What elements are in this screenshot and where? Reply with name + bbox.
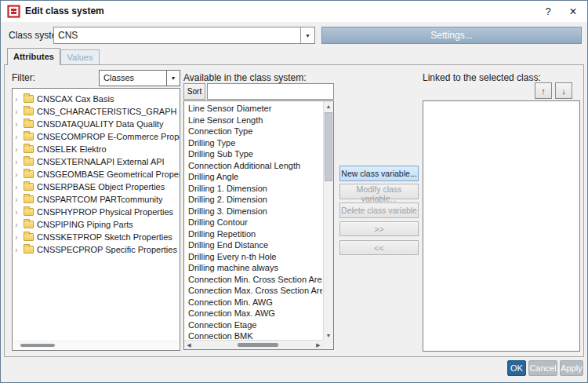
tree-horizontal-scrollbar[interactable] [14,341,178,349]
tree-item-label: CNSPARTCOM PARTcommunity [37,195,163,204]
cancel-button[interactable]: Cancel [528,360,557,376]
expander-icon[interactable] [15,133,22,140]
tree-item[interactable]: CNSDATAQUALITY Data Quality [13,118,180,130]
expander-icon[interactable] [15,158,22,166]
expander-icon[interactable] [15,233,22,241]
tree-item[interactable]: CNSERPBASE Object Properties [13,181,180,193]
tab-values[interactable]: Values [60,49,100,64]
folder-icon [24,221,34,228]
available-items: Line Sensor Diameter Line Sensor Length … [184,103,322,340]
list-item[interactable]: Connection Max. AWG [184,308,322,319]
edit-class-system-dialog: Edit class system ? × Class system: CNS … [0,0,588,383]
folder-icon [24,158,34,166]
folder-icon [24,170,34,178]
list-item[interactable]: Connection BMK [184,330,322,340]
list-item[interactable]: Drilling Angle [184,171,322,183]
list-item[interactable]: Connection Additional Length [184,160,322,172]
available-list[interactable]: Line Sensor Diameter Line Sensor Length … [183,100,334,350]
tree-item[interactable]: CNSSKETPROP Sketch Properties [13,231,180,243]
list-item[interactable]: Connection Type [184,126,322,137]
available-label: Available in the class system: [183,72,307,83]
expander-icon[interactable] [15,120,22,128]
folder-icon [24,120,34,128]
tree-item[interactable]: CNSPIPING Piping Parts [13,218,180,231]
tree-item[interactable]: CNSEXTERNALAPI External API [13,155,180,168]
chevron-down-icon[interactable]: ▼ [166,71,180,86]
attributes-tab-panel: Filter: Classes ▼ CNSCAX Cax Basis [4,64,584,357]
scroll-down-icon[interactable]: ▼ [324,330,333,340]
tree-item[interactable]: CNSGEOMBASE Geometrical Properties [13,168,180,181]
class-system-combobox[interactable]: CNS ▼ [53,27,315,44]
scroll-right-icon[interactable]: ▶ [314,341,323,349]
linked-list[interactable] [423,100,580,352]
list-item[interactable]: Drilling 2. Dimension [184,194,322,206]
folder-icon [24,195,34,203]
list-item[interactable]: Connection Max. Cross Section Area [184,285,322,297]
settings-button[interactable]: Settings... [321,27,582,44]
sort-button[interactable]: Sort [183,83,205,100]
list-item[interactable]: Drilling 1. Dimension [184,183,322,195]
list-item[interactable]: Drilling End Distance [184,239,322,251]
delete-class-variable-button[interactable]: Delete class variable [339,202,419,218]
tree-item[interactable]: CNSECOMPROP E-Commerce Properties [13,130,180,143]
tree-item[interactable]: CNSSPECPROP Specific Properties [13,243,180,256]
tree-item[interactable]: CNSELEK Elektro [13,143,180,155]
expander-icon[interactable] [15,108,22,115]
available-vertical-scrollbar[interactable]: ▲ ▼ [323,101,333,340]
tree-item[interactable]: CNSCAX Cax Basis [13,93,180,105]
list-item[interactable]: Connection Min. Cross Section Area [184,274,322,286]
filter-dropdown[interactable]: Classes ▼ [99,70,180,86]
move-down-button[interactable]: ↓ [555,82,572,99]
list-item[interactable]: Drilling machine always [184,262,322,274]
move-up-button[interactable]: ↑ [535,82,552,99]
class-tree[interactable]: CNSCAX Cax Basis CNS_CHARACTERISTICS_GRA… [12,88,180,351]
search-input[interactable] [207,83,334,100]
list-item[interactable]: Drilling Type [184,137,322,149]
available-horizontal-scrollbar[interactable]: ◀ ▶ [184,340,323,349]
tree-item-label: CNSPHYPROP Physical Properties [37,207,173,217]
remove-from-linked-button[interactable]: << [339,240,419,255]
available-hscroll-thumb[interactable] [238,343,278,347]
close-button[interactable]: × [559,1,587,22]
ok-button[interactable]: OK [507,360,526,376]
list-item[interactable]: Drilling Repetition [184,228,322,240]
list-item[interactable]: Drilling 3. Dimension [184,206,322,217]
tree-item[interactable]: CNSPHYPROP Physical Properties [13,206,180,218]
tree-hscroll-thumb[interactable] [20,344,55,347]
expander-icon[interactable] [15,183,22,191]
list-item[interactable]: Drilling Every n-th Hole [184,251,322,263]
tree-item[interactable]: CNS_CHARACTERISTICS_GRAPH Characte [13,105,180,118]
list-item[interactable]: Connection Min. AWG [184,297,322,308]
list-item[interactable]: Connection Etage [184,319,322,331]
scrollbar-corner [323,340,333,349]
expander-icon[interactable] [15,246,22,254]
list-item[interactable]: Drilling Sub Type [184,148,322,160]
add-to-linked-button[interactable]: >> [339,221,419,236]
chevron-down-icon[interactable]: ▼ [300,27,314,43]
expander-icon[interactable] [15,145,22,153]
expander-icon[interactable] [15,95,22,103]
available-vscroll-thumb[interactable] [325,112,332,181]
tree-item-label: CNSCAX Cax Basis [37,94,114,104]
new-class-variable-button[interactable]: New class variable... [339,166,419,181]
folder-icon [24,108,34,115]
modify-class-variable-button[interactable]: Modify class variable... [339,184,419,199]
filter-value: Classes [103,71,134,86]
list-item[interactable]: Line Sensor Diameter [184,103,322,115]
expander-icon[interactable] [15,221,22,228]
help-button[interactable]: ? [535,1,561,22]
list-item[interactable]: Line Sensor Length [184,115,322,126]
scroll-up-icon[interactable]: ▲ [324,101,333,111]
folder-icon [24,133,34,140]
apply-button[interactable]: Apply [560,360,583,376]
tree-item-label: CNSDATAQUALITY Data Quality [37,119,163,129]
list-item[interactable]: Drilling Contour [184,217,322,228]
tab-attributes[interactable]: Attributes [7,48,60,65]
expander-icon[interactable] [15,195,22,203]
linked-label: Linked to the selected class: [423,72,541,83]
expander-icon[interactable] [15,208,22,216]
scroll-left-icon[interactable]: ◀ [184,341,194,349]
expander-icon[interactable] [15,170,22,178]
tree-item[interactable]: CNSPARTCOM PARTcommunity [13,193,180,206]
tree-item-label: CNSECOMPROP E-Commerce Properties [37,132,180,141]
